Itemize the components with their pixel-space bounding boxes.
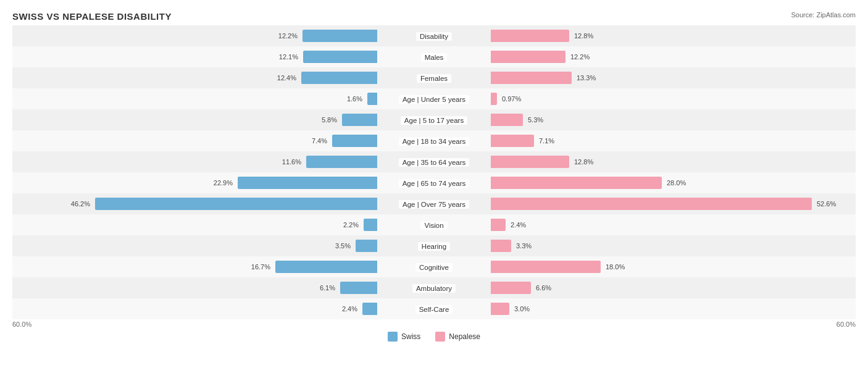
bar-swiss: 11.6% xyxy=(306,156,377,168)
bar-swiss: 2.2% xyxy=(364,219,377,231)
row-inner: 2.2% Vision 2.4% xyxy=(12,214,856,235)
swiss-value-label: 11.6% xyxy=(282,158,301,166)
center-label-area: Age | 5 to 17 years xyxy=(378,114,490,125)
row-inner: 6.1% Ambulatory 6.6% xyxy=(12,277,856,298)
bar-swiss: 46.2% xyxy=(95,198,377,210)
table-row: 12.4% Females 13.3% xyxy=(12,67,856,88)
bar-swiss: 12.4% xyxy=(301,72,377,84)
bar-swiss: 3.5% xyxy=(356,240,377,252)
nepalese-value-label: 2.4% xyxy=(511,221,526,229)
row-inner: 3.5% Hearing 3.3% xyxy=(12,235,856,256)
center-label-area: Cognitive xyxy=(378,261,490,272)
table-row: 12.1% Males 12.2% xyxy=(12,46,856,67)
row-inner: 16.7% Cognitive 18.0% xyxy=(12,256,856,277)
bar-swiss: 5.8% xyxy=(342,114,377,126)
table-row: 46.2% Age | Over 75 years 52.6% xyxy=(12,193,856,214)
swiss-value-label: 12.4% xyxy=(277,74,296,82)
row-center-label: Females xyxy=(417,74,451,83)
legend-area: Swiss Nepalese xyxy=(12,332,856,342)
swiss-value-label: 46.2% xyxy=(71,200,90,208)
center-label-area: Age | Over 75 years xyxy=(378,198,490,209)
swiss-value-label: 6.1% xyxy=(320,284,335,292)
bar-nepalese: 12.2% xyxy=(491,51,565,63)
row-inner: 5.8% Age | 5 to 17 years 5.3% xyxy=(12,109,856,130)
row-center-label: Hearing xyxy=(418,242,450,251)
center-label-area: Hearing xyxy=(378,240,490,251)
center-label-area: Females xyxy=(378,72,490,83)
bar-nepalese: 52.6% xyxy=(491,198,812,210)
nepalese-value-label: 0.97% xyxy=(502,95,521,103)
chart-container: SWISS VS NEPALESE DISABILITY Source: Zip… xyxy=(0,0,868,378)
bar-nepalese: 2.4% xyxy=(491,219,506,231)
table-row: 5.8% Age | 5 to 17 years 5.3% xyxy=(12,109,856,130)
row-center-label: Age | Over 75 years xyxy=(399,200,469,209)
bar-nepalese: 3.0% xyxy=(491,303,509,315)
bar-right-area: 12.8% xyxy=(490,25,856,46)
row-center-label: Cognitive xyxy=(415,263,453,272)
bar-right-area: 2.4% xyxy=(490,214,856,235)
bar-swiss: 6.1% xyxy=(340,282,377,294)
row-center-label: Age | 18 to 34 years xyxy=(399,137,470,146)
swiss-value-label: 2.2% xyxy=(343,221,359,229)
bar-left-area: 7.4% xyxy=(12,130,378,151)
table-row: 2.2% Vision 2.4% xyxy=(12,214,856,235)
row-inner: 12.1% Males 12.2% xyxy=(12,46,856,67)
swiss-value-label: 2.4% xyxy=(342,305,357,313)
row-center-label: Age | Under 5 years xyxy=(399,95,469,104)
row-center-label: Disability xyxy=(416,32,452,41)
axis-labels: 60.0% 60.0% xyxy=(12,321,856,328)
swiss-value-label: 16.7% xyxy=(251,263,270,271)
nepalese-value-label: 13.3% xyxy=(577,74,596,82)
nepalese-value-label: 12.8% xyxy=(574,32,593,40)
axis-right-label: 60.0% xyxy=(837,321,856,328)
axis-left-label: 60.0% xyxy=(12,321,31,328)
row-inner: 12.4% Females 13.3% xyxy=(12,67,856,88)
bar-right-area: 18.0% xyxy=(490,256,856,277)
bar-nepalese: 12.8% xyxy=(491,156,569,168)
row-inner: 46.2% Age | Over 75 years 52.6% xyxy=(12,193,856,214)
bar-swiss: 1.6% xyxy=(367,93,377,105)
row-inner: 22.9% Age | 65 to 74 years 28.0% xyxy=(12,172,856,193)
bar-right-area: 7.1% xyxy=(490,130,856,151)
legend-swiss-label: Swiss xyxy=(401,332,420,341)
bar-right-area: 52.6% xyxy=(490,193,856,214)
bar-left-area: 5.8% xyxy=(12,109,378,130)
bar-nepalese: 18.0% xyxy=(491,261,601,273)
swiss-value-label: 1.6% xyxy=(347,95,362,103)
bar-left-area: 46.2% xyxy=(12,193,378,214)
center-label-area: Ambulatory xyxy=(378,282,490,293)
bar-right-area: 5.3% xyxy=(490,109,856,130)
bar-right-area: 12.2% xyxy=(490,46,856,67)
center-label-area: Males xyxy=(378,51,490,62)
bar-nepalese: 5.3% xyxy=(491,114,523,126)
bar-right-area: 3.3% xyxy=(490,235,856,256)
swiss-value-label: 22.9% xyxy=(214,179,233,187)
bar-nepalese: 7.1% xyxy=(491,135,534,147)
center-label-area: Age | Under 5 years xyxy=(378,93,490,104)
nepalese-value-label: 3.3% xyxy=(516,242,532,250)
row-inner: 2.4% Self-Care 3.0% xyxy=(12,298,856,319)
row-inner: 12.2% Disability 12.8% xyxy=(12,25,856,46)
swiss-value-label: 5.8% xyxy=(322,116,337,124)
table-row: 12.2% Disability 12.8% xyxy=(12,25,856,46)
center-label-area: Disability xyxy=(378,30,490,41)
bar-nepalese: 3.3% xyxy=(491,240,511,252)
row-inner: 1.6% Age | Under 5 years 0.97% xyxy=(12,88,856,109)
center-label-area: Age | 35 to 64 years xyxy=(378,156,490,167)
bar-right-area: 12.8% xyxy=(490,151,856,172)
bar-nepalese: 28.0% xyxy=(491,177,662,189)
nepalese-value-label: 6.6% xyxy=(536,284,551,292)
swiss-value-label: 3.5% xyxy=(335,242,351,250)
row-center-label: Age | 5 to 17 years xyxy=(401,116,467,125)
row-center-label: Vision xyxy=(420,221,447,230)
row-center-label: Age | 65 to 74 years xyxy=(399,179,470,188)
source-label: Source: ZipAtlas.com xyxy=(791,11,856,19)
nepalese-value-label: 12.2% xyxy=(570,53,590,61)
nepalese-value-label: 18.0% xyxy=(606,263,625,271)
table-row: 7.4% Age | 18 to 34 years 7.1% xyxy=(12,130,856,151)
chart-rows-area: 12.2% Disability 12.8% 12.1% xyxy=(12,25,856,319)
bar-right-area: 6.6% xyxy=(490,277,856,298)
legend-swiss: Swiss xyxy=(388,332,420,342)
nepalese-value-label: 7.1% xyxy=(539,137,554,145)
bar-left-area: 16.7% xyxy=(12,256,378,277)
